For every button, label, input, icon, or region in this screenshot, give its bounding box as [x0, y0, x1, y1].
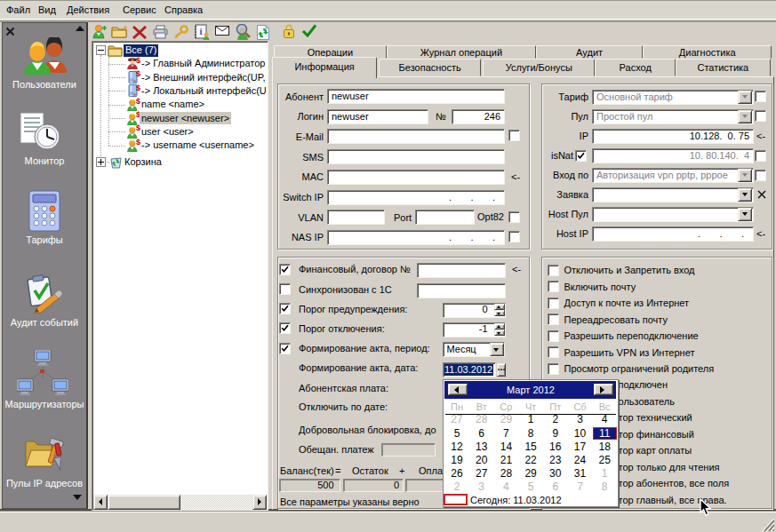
svg-text:i: i	[199, 26, 202, 36]
